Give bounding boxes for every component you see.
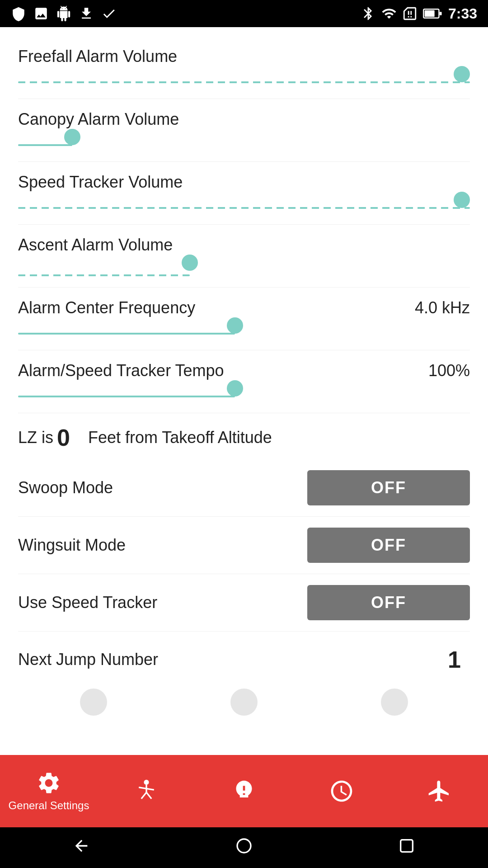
alarm-freq-slider[interactable]: [18, 326, 470, 342]
speed-tracker-volume-thumb[interactable]: [454, 192, 470, 208]
overflow-hint: [18, 684, 470, 716]
shield-icon: [11, 6, 26, 21]
helmet-icon: [231, 778, 257, 804]
svg-rect-1: [425, 10, 435, 17]
svg-line-6: [141, 793, 146, 799]
canopy-alarm-label: Canopy Alarm Volume: [18, 110, 179, 129]
freefall-alarm-thumb[interactable]: [454, 66, 470, 82]
sim-icon: [402, 6, 418, 21]
canopy-alarm-thumb[interactable]: [64, 129, 80, 145]
lz-prefix: LZ is: [18, 428, 53, 447]
download-icon: [79, 6, 94, 21]
ascent-alarm-label: Ascent Alarm Volume: [18, 236, 173, 255]
nav-canopy[interactable]: [195, 778, 293, 804]
check-icon: [101, 6, 117, 21]
android-nav: [0, 827, 488, 868]
lz-row: LZ is 0 Feet from Takeoff Altitude: [18, 413, 470, 459]
svg-rect-9: [401, 840, 413, 852]
next-jump-value: 1: [448, 646, 461, 673]
nav-general-settings-label: General Settings: [9, 799, 89, 812]
ascent-alarm-slider[interactable]: [18, 263, 470, 279]
skydiver-icon: [134, 778, 159, 804]
airplane-icon: [427, 778, 452, 804]
image-icon: [33, 6, 49, 21]
nav-freefall[interactable]: [98, 778, 195, 804]
next-jump-label: Next Jump Number: [18, 650, 158, 669]
bottom-nav: General Settings: [0, 755, 488, 827]
gear-icon: [36, 770, 61, 796]
lz-suffix: Feet from Takeoff Altitude: [88, 428, 272, 447]
swoop-mode-label: Swoop Mode: [18, 478, 113, 497]
status-bar-right: 7:33: [361, 5, 477, 22]
freefall-alarm-label: Freefall Alarm Volume: [18, 47, 177, 66]
use-speed-tracker-row: Use Speed Tracker OFF: [18, 574, 470, 632]
back-button[interactable]: [72, 837, 90, 859]
speed-tracker-volume-slider[interactable]: [18, 200, 470, 216]
status-bar: 7:33: [0, 0, 488, 27]
alarm-tempo-row: Alarm/Speed Tracker Tempo 100%: [18, 350, 470, 413]
alarm-tempo-slider[interactable]: [18, 388, 470, 405]
svg-point-3: [144, 780, 149, 785]
canopy-alarm-slider[interactable]: [18, 137, 470, 153]
android-icon: [56, 6, 71, 21]
freefall-alarm-slider[interactable]: [18, 74, 470, 90]
swoop-mode-button[interactable]: OFF: [307, 470, 470, 505]
svg-rect-2: [440, 12, 442, 15]
svg-point-8: [237, 839, 251, 853]
wifi-icon: [381, 6, 397, 21]
status-time: 7:33: [448, 5, 477, 22]
nav-speedometer[interactable]: [293, 778, 390, 804]
freefall-alarm-row: Freefall Alarm Volume: [18, 36, 470, 99]
use-speed-tracker-label: Use Speed Tracker: [18, 593, 157, 612]
alarm-freq-row: Alarm Center Frequency 4.0 kHz: [18, 288, 470, 350]
nav-airplane[interactable]: [390, 778, 488, 804]
swoop-mode-row: Swoop Mode OFF: [18, 459, 470, 517]
alarm-freq-value: 4.0 kHz: [415, 298, 470, 317]
alarm-freq-label: Alarm Center Frequency: [18, 298, 195, 317]
svg-line-7: [146, 793, 151, 799]
main-content: Freefall Alarm Volume Canopy Alarm Volum…: [0, 27, 488, 755]
battery-icon: [423, 6, 443, 21]
nav-general-settings[interactable]: General Settings: [0, 770, 98, 812]
next-jump-row: Next Jump Number 1: [18, 632, 470, 684]
alarm-tempo-label: Alarm/Speed Tracker Tempo: [18, 361, 224, 380]
speed-tracker-volume-row: Speed Tracker Volume: [18, 162, 470, 225]
bluetooth-icon: [361, 6, 376, 21]
wingsuit-mode-row: Wingsuit Mode OFF: [18, 517, 470, 574]
wingsuit-mode-label: Wingsuit Mode: [18, 536, 126, 555]
alarm-tempo-thumb[interactable]: [227, 380, 243, 396]
use-speed-tracker-button[interactable]: OFF: [307, 585, 470, 620]
speedometer-icon: [329, 778, 354, 804]
status-bar-left: [11, 6, 117, 21]
ascent-alarm-row: Ascent Alarm Volume: [18, 225, 470, 288]
wingsuit-mode-button[interactable]: OFF: [307, 528, 470, 563]
canopy-alarm-row: Canopy Alarm Volume: [18, 99, 470, 162]
alarm-freq-thumb[interactable]: [227, 317, 243, 334]
speed-tracker-volume-label: Speed Tracker Volume: [18, 173, 183, 192]
recents-button[interactable]: [398, 837, 416, 859]
home-button[interactable]: [235, 837, 253, 859]
alarm-tempo-value: 100%: [428, 361, 470, 380]
ascent-alarm-thumb[interactable]: [182, 255, 198, 271]
lz-number: 0: [57, 424, 70, 451]
